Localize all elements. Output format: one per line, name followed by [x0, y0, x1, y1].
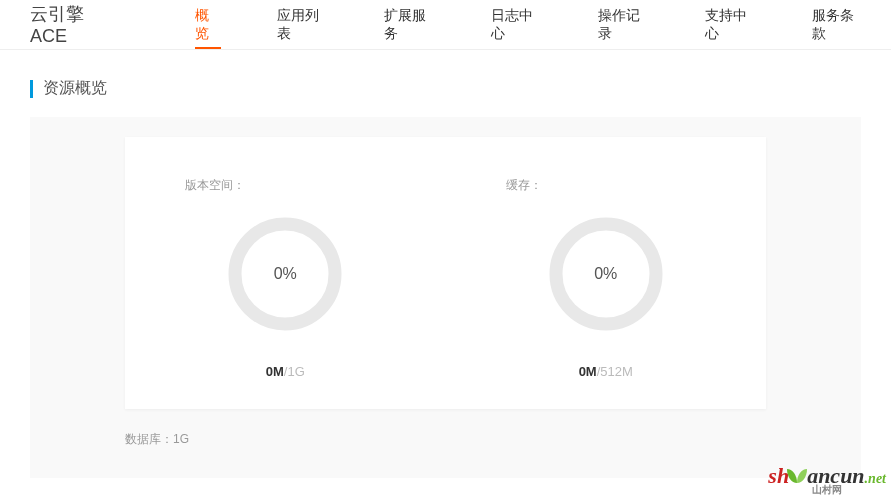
header: 云引擎ACE 概览 应用列表 扩展服务 日志中心 操作记录 支持中心 服务条款: [0, 0, 891, 50]
usage-total: /512M: [597, 364, 633, 379]
leaf-icon: [787, 469, 807, 483]
nav-label: 应用列表: [277, 7, 328, 43]
nav-label: 支持中心: [705, 7, 756, 43]
section-title-text: 资源概览: [43, 78, 107, 99]
nav-label: 操作记录: [598, 7, 649, 43]
nav-app-list[interactable]: 应用列表: [249, 0, 356, 49]
usage-text: 0M/1G: [266, 364, 305, 379]
chart-title: 版本空间：: [185, 177, 245, 194]
usage-total: /1G: [284, 364, 305, 379]
watermark-net: .net: [865, 471, 886, 486]
watermark-sh: sh: [768, 463, 789, 488]
charts-row: 版本空间： 0% 0M/1G 缓存：: [125, 177, 766, 379]
db-value: 1G: [173, 432, 189, 446]
brand-title: 云引擎ACE: [30, 2, 117, 47]
chart-version-space: 版本空间： 0% 0M/1G: [125, 177, 446, 379]
usage-used: 0M: [266, 364, 284, 379]
nav-tos[interactable]: 服务条款: [784, 0, 891, 49]
watermark-logo: shancun.net 山村网: [768, 465, 886, 495]
chart-card: 版本空间： 0% 0M/1G 缓存：: [125, 137, 766, 409]
usage-text: 0M/512M: [579, 364, 633, 379]
nav-log-center[interactable]: 日志中心: [463, 0, 570, 49]
nav-support[interactable]: 支持中心: [677, 0, 784, 49]
resource-panel: 版本空间： 0% 0M/1G 缓存：: [30, 117, 861, 478]
nav-label: 服务条款: [812, 7, 863, 43]
panel-wrapper: 版本空间： 0% 0M/1G 缓存：: [0, 117, 891, 478]
donut-chart: 0%: [546, 214, 666, 334]
db-label: 数据库：: [125, 432, 173, 446]
nav-overview[interactable]: 概览: [167, 0, 249, 49]
nav-label: 日志中心: [491, 7, 542, 43]
db-info-row: 数据库：1G: [125, 431, 766, 448]
section-header: 资源概览: [0, 50, 891, 117]
donut-percent: 0%: [594, 265, 617, 283]
donut-chart: 0%: [225, 214, 345, 334]
nav-label: 扩展服务: [384, 7, 435, 43]
nav-tabs: 概览 应用列表 扩展服务 日志中心 操作记录 支持中心 服务条款: [167, 0, 891, 49]
donut-percent: 0%: [274, 265, 297, 283]
chart-title: 缓存：: [506, 177, 542, 194]
section-accent-bar: [30, 80, 33, 98]
chart-cache: 缓存： 0% 0M/512M: [446, 177, 767, 379]
usage-used: 0M: [579, 364, 597, 379]
nav-operation-log[interactable]: 操作记录: [570, 0, 677, 49]
nav-label: 概览: [195, 7, 221, 43]
nav-extension[interactable]: 扩展服务: [356, 0, 463, 49]
